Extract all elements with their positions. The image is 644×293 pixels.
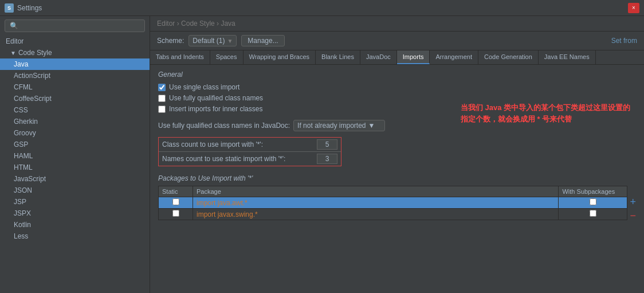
sidebar: Editor ▼ Code Style Java ActionScript CF…: [0, 16, 150, 293]
javadoc-label: Use fully qualified class names in JavaD…: [158, 122, 290, 130]
javascript-label: JavaScript: [14, 175, 46, 183]
expand-arrow-icon: ▼: [10, 50, 16, 56]
java-label: Java: [14, 60, 28, 68]
sidebar-item-jsp[interactable]: JSP: [0, 196, 150, 208]
insert-inner-checkbox[interactable]: [158, 106, 166, 113]
packages-table-wrapper: Static Package With Subpackages: [158, 186, 627, 222]
add-package-button[interactable]: +: [630, 196, 636, 208]
static-checkbox-1[interactable]: [172, 198, 179, 205]
editor-label: Editor: [6, 37, 23, 45]
remove-package-button[interactable]: −: [630, 210, 636, 222]
manage-button[interactable]: Manage...: [241, 35, 284, 46]
general-section-title: General: [158, 71, 636, 79]
package-name-2: javax.swing.*: [218, 210, 258, 218]
json-label: JSON: [14, 186, 32, 194]
tabs-bar: Tabs and Indents Spaces Wrapping and Bra…: [150, 50, 644, 65]
table-row[interactable]: import javax.swing.*: [159, 209, 627, 220]
single-class-import-checkbox[interactable]: [158, 84, 166, 91]
content-area: Editor › Code Style › Java Scheme: Defau…: [150, 16, 644, 293]
scheme-dropdown-arrow-icon: ▼: [227, 38, 233, 44]
tab-java-ee-names[interactable]: Java EE Names: [539, 50, 596, 64]
less-label: Less: [14, 232, 28, 240]
sidebar-item-coffeescript[interactable]: CoffeeScript: [0, 93, 150, 104]
tab-arrangement[interactable]: Arrangement: [430, 50, 478, 64]
tab-javadoc[interactable]: JavaDoc: [360, 50, 397, 64]
names-count-input[interactable]: [317, 154, 337, 164]
sidebar-item-jspx[interactable]: JSPX: [0, 208, 150, 219]
sidebar-item-css[interactable]: CSS: [0, 104, 150, 116]
sidebar-item-code-style[interactable]: ▼ Code Style: [0, 47, 150, 58]
insert-inner-label: Insert imports for inner classes: [169, 105, 262, 113]
breadcrumb-sep1: ›: [177, 19, 181, 28]
sidebar-item-gherkin[interactable]: Gherkin: [0, 116, 150, 127]
package-cell-1: import java.awt.*: [193, 197, 559, 209]
with-subpackages-cell-2: [559, 209, 627, 220]
search-input[interactable]: [5, 19, 145, 32]
tab-blank-lines[interactable]: Blank Lines: [316, 50, 360, 64]
sidebar-item-groovy[interactable]: Groovy: [0, 127, 150, 139]
tab-imports[interactable]: Imports: [397, 50, 430, 64]
app-icon: S: [5, 3, 14, 13]
close-button[interactable]: ×: [628, 3, 639, 13]
sidebar-item-javascript[interactable]: JavaScript: [0, 173, 150, 185]
sidebar-item-kotlin[interactable]: Kotlin: [0, 219, 150, 231]
main-layout: Editor ▼ Code Style Java ActionScript CF…: [0, 16, 644, 293]
main-panel: General Use single class import Use full…: [150, 65, 644, 293]
sidebar-item-java[interactable]: Java: [0, 58, 150, 70]
count-row-names: Names count to use static import with '*…: [159, 152, 341, 166]
scheme-bar: Scheme: Default (1) ▼ Manage... Set from: [150, 32, 644, 50]
actionscript-label: ActionScript: [14, 72, 50, 80]
import-keyword-1: import: [197, 199, 218, 207]
table-action-buttons: + −: [630, 186, 636, 222]
class-count-label: Class count to use import with '*':: [162, 140, 317, 149]
html-label: HTML: [14, 163, 33, 171]
sidebar-item-html[interactable]: HTML: [0, 162, 150, 173]
sidebar-item-less[interactable]: Less: [0, 231, 150, 242]
scheme-value: Default (1): [193, 37, 225, 45]
haml-label: HAML: [14, 152, 33, 160]
with-subpackages-checkbox-1[interactable]: [590, 198, 596, 205]
set-from-link[interactable]: Set from: [611, 37, 637, 45]
javadoc-dropdown[interactable]: If not already imported ▼: [293, 120, 385, 131]
count-table: Class count to use import with '*': Name…: [158, 137, 341, 166]
window-title: Settings: [17, 4, 42, 12]
packages-table: Static Package With Subpackages: [158, 186, 627, 220]
fully-qualified-checkbox[interactable]: [158, 95, 166, 102]
count-row-class: Class count to use import with '*':: [159, 138, 341, 152]
static-checkbox-2[interactable]: [172, 210, 179, 217]
jsp-label: JSP: [14, 198, 26, 206]
breadcrumb-code-style: Code Style: [181, 19, 215, 28]
names-count-label: Names count to use static import with '*…: [162, 155, 317, 163]
sidebar-item-cfml[interactable]: CFML: [0, 81, 150, 93]
package-name-1: java.awt.*: [218, 199, 248, 207]
with-subpackages-checkbox-2[interactable]: [590, 210, 596, 217]
tab-code-generation[interactable]: Code Generation: [478, 50, 539, 64]
sidebar-item-editor[interactable]: Editor: [0, 36, 150, 47]
kotlin-label: Kotlin: [14, 221, 31, 229]
groovy-label: Groovy: [14, 129, 36, 137]
tab-tabs-and-indents[interactable]: Tabs and Indents: [150, 50, 210, 64]
sidebar-item-gsp[interactable]: GSP: [0, 139, 150, 150]
breadcrumb-java: Java: [221, 19, 235, 28]
css-label: CSS: [14, 106, 28, 114]
sidebar-item-json[interactable]: JSON: [0, 185, 150, 196]
scheme-dropdown[interactable]: Default (1) ▼: [189, 35, 237, 46]
sidebar-item-actionscript[interactable]: ActionScript: [0, 70, 150, 81]
gsp-label: GSP: [14, 140, 28, 149]
import-keyword-2: import: [197, 210, 218, 218]
packages-section-title: Packages to Use Import with '*': [158, 174, 636, 182]
javadoc-dropdown-arrow-icon: ▼: [368, 122, 375, 130]
tab-wrapping-and-braces[interactable]: Wrapping and Braces: [244, 50, 316, 64]
package-cell-2: import javax.swing.*: [193, 209, 559, 220]
checkbox-row-single-class: Use single class import: [158, 83, 636, 91]
table-row[interactable]: import java.awt.*: [159, 197, 627, 209]
class-count-input[interactable]: [317, 139, 337, 150]
coffeescript-label: CoffeeScript: [14, 95, 52, 103]
fully-qualified-label: Use fully qualified class names: [169, 94, 263, 102]
jspx-label: JSPX: [14, 209, 31, 217]
tab-spaces[interactable]: Spaces: [210, 50, 244, 64]
title-bar: S Settings ×: [0, 0, 644, 16]
sidebar-item-haml[interactable]: HAML: [0, 150, 150, 162]
with-subpackages-cell-1: [559, 197, 627, 209]
cfml-label: CFML: [14, 83, 33, 91]
